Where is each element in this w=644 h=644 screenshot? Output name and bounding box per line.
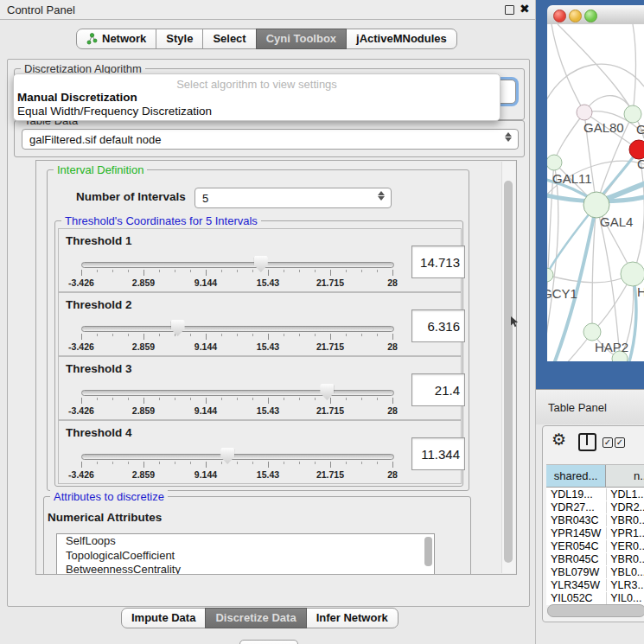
settings-scrollbar-thumb[interactable] [504, 181, 513, 563]
attributes-list-scrollbar[interactable] [424, 537, 432, 566]
top-tab-bar: Network Style Select Cyni Toolbox jActiv… [76, 29, 457, 49]
threshold-3-slider[interactable]: -3.4262.8599.14415.4321.71528 [81, 388, 392, 418]
svg-text:GAL80: GAL80 [583, 120, 624, 135]
slider-ticks [81, 398, 392, 405]
settings-scroll-pane: Interval Definition Number of Intervals … [35, 160, 517, 575]
number-of-intervals-label: Number of Intervals [76, 190, 186, 203]
settings-scrollbar-track[interactable] [501, 162, 515, 573]
threshold-1-slider[interactable]: -3.4262.8599.14415.4321.71528 [81, 260, 392, 290]
threshold-4-row: Threshold 4 -3.4262.8599.14415.4321.7152… [58, 420, 462, 484]
tab-discretize-data[interactable]: Discretize Data [205, 608, 306, 628]
table-row[interactable]: YLR345WYLR3... [546, 578, 644, 591]
numerical-attributes-heading: Numerical Attributes [48, 511, 162, 524]
network-window-titlebar[interactable] [547, 5, 644, 25]
threshold-3-value-field[interactable]: 21.4 [411, 373, 465, 406]
algorithm-option-manual[interactable]: Manual Discretization [17, 91, 137, 104]
window-close-icon[interactable] [553, 10, 566, 22]
slider-tick-labels: -3.4262.8599.14415.4321.71528 [81, 405, 392, 416]
slider-track[interactable] [81, 326, 394, 332]
algorithm-option-equal-width[interactable]: Equal Width/Frequency Discretization [17, 105, 212, 118]
interval-definition-group: Interval Definition Number of Intervals … [47, 169, 469, 491]
table-horizontal-scrollbar[interactable] [547, 604, 644, 617]
tab-impute-data[interactable]: Impute Data [121, 608, 206, 628]
attributes-group-title: Attributes to discretize [50, 490, 168, 503]
algorithm-hint-text: Select algorithm to view settings [14, 78, 500, 91]
threshold-1-value-field[interactable]: 14.713 [411, 245, 465, 278]
table-data-group: Table Data galFiltered.sif default node [14, 120, 525, 157]
network-view-frame: GAL80GACGAL11GAL4GCY1HHAP2 [536, 0, 644, 389]
table-subpanel: ⚙ ✓ ✓ shared... n... YDL19...YDL1... YDR… [542, 425, 644, 622]
threshold-4-slider[interactable]: -3.4262.8599.14415.4321.71528 [81, 452, 392, 481]
slider-tick-labels: -3.4262.8599.14415.4321.71528 [81, 469, 392, 480]
checkbox-icon[interactable]: ✓ [603, 437, 613, 448]
svg-text:GAL11: GAL11 [552, 171, 592, 186]
threshold-1-row: Threshold 1 -3.4262.8599.14415.4321.7152… [58, 228, 462, 292]
table-header-row: shared... n... [546, 465, 644, 488]
svg-text:GAL4: GAL4 [600, 214, 633, 229]
column-header-shared-name[interactable]: shared... [546, 465, 606, 487]
threshold-2-slider[interactable]: -3.4262.8599.14415.4321.71528 [81, 324, 392, 354]
threshold-3-label: Threshold 3 [66, 362, 132, 375]
threshold-4-value-field[interactable]: 11.344 [411, 437, 465, 470]
control-panel-titlebar: Control Panel ✖ [0, 0, 535, 20]
slider-track[interactable] [81, 390, 394, 396]
table-panel-title: Table Panel [548, 401, 607, 414]
apply-button[interactable]: Apply [239, 640, 298, 644]
float-panel-icon[interactable] [505, 5, 514, 15]
table-data-combo-value: galFiltered.sif default node [29, 133, 161, 146]
table-row[interactable]: YBR045CYBR0... [546, 552, 644, 565]
tab-infer-network[interactable]: Infer Network [306, 608, 399, 628]
slider-ticks [81, 270, 392, 277]
table-row[interactable]: YDR27...YDR2... [546, 501, 644, 513]
close-panel-icon[interactable]: ✖ [520, 2, 530, 16]
application-window: Control Panel ✖ Network Style Select Cyn… [0, 0, 644, 644]
window-zoom-icon[interactable] [584, 10, 597, 22]
tab-select[interactable]: Select [202, 29, 256, 49]
bottom-tab-bar: Impute Data Discretize Data Infer Networ… [121, 608, 399, 628]
table-row[interactable]: YBL079WYBL0... [546, 565, 644, 578]
thresholds-group-title: Threshold's Coordinates for 5 Intervals [61, 214, 261, 227]
tab-cyni-toolbox[interactable]: Cyni Toolbox [256, 29, 347, 49]
tab-style[interactable]: Style [156, 29, 203, 49]
combo-stepper-icon [377, 191, 385, 201]
gear-icon[interactable]: ⚙ [552, 431, 566, 448]
number-of-intervals-combobox[interactable]: 5 [194, 188, 392, 208]
slider-track[interactable] [81, 262, 394, 268]
checkbox-icon[interactable]: ✓ [615, 437, 625, 448]
column-header-name[interactable]: n... [606, 465, 644, 487]
window-minimize-icon[interactable] [569, 10, 582, 22]
numerical-attributes-list[interactable]: SelfLoops TopologicalCoefficient Between… [56, 533, 435, 575]
attribute-item[interactable]: SelfLoops [57, 534, 434, 549]
threshold-4-label: Threshold 4 [66, 426, 132, 439]
attribute-item[interactable]: BetweennessCentrality [57, 563, 434, 575]
control-panel: Control Panel ✖ Network Style Select Cyn… [0, 0, 536, 644]
threshold-1-label: Threshold 1 [66, 234, 132, 247]
node-attribute-table: shared... n... YDL19...YDL1... YDR27...Y… [546, 464, 644, 605]
svg-text:HAP2: HAP2 [595, 340, 628, 354]
tab-jactivemnodules[interactable]: jActiveMNodules [346, 29, 457, 49]
threshold-2-value-field[interactable]: 6.316 [411, 309, 465, 342]
slider-ticks [81, 334, 392, 341]
svg-text:C: C [637, 156, 644, 171]
mouse-cursor [511, 316, 520, 328]
tab-network[interactable]: Network [76, 29, 156, 49]
table-row[interactable]: YPR145WYPR1... [546, 526, 644, 539]
slider-tick-labels: -3.4262.8599.14415.4321.71528 [81, 277, 392, 288]
right-side-area: GAL80GACGAL11GAL4GCY1HHAP2 Table Panel ⚙… [536, 0, 644, 644]
svg-text:GCY1: GCY1 [547, 286, 577, 301]
table-panel-titlebar: Table Panel [536, 389, 644, 424]
panel-title: Control Panel [7, 3, 75, 16]
table-row[interactable]: YER054CYER0... [546, 539, 644, 552]
slider-track[interactable] [81, 454, 394, 460]
split-columns-icon[interactable] [578, 433, 596, 451]
table-row[interactable]: YBR043CYBR0... [546, 513, 644, 526]
number-of-intervals-value: 5 [202, 192, 208, 205]
table-row[interactable]: YIL052CYIL0... [546, 591, 644, 604]
attribute-item[interactable]: TopologicalCoefficient [57, 549, 434, 564]
network-canvas[interactable]: GAL80GACGAL11GAL4GCY1HHAP2 [547, 24, 644, 361]
threshold-2-row: Threshold 2 -3.4262.8599.14415.4321.7152… [58, 292, 462, 356]
table-row[interactable]: YDL19...YDL1... [546, 488, 644, 501]
network-icon [86, 33, 98, 45]
threshold-2-label: Threshold 2 [66, 298, 132, 311]
table-data-combobox[interactable]: galFiltered.sif default node [22, 129, 519, 150]
